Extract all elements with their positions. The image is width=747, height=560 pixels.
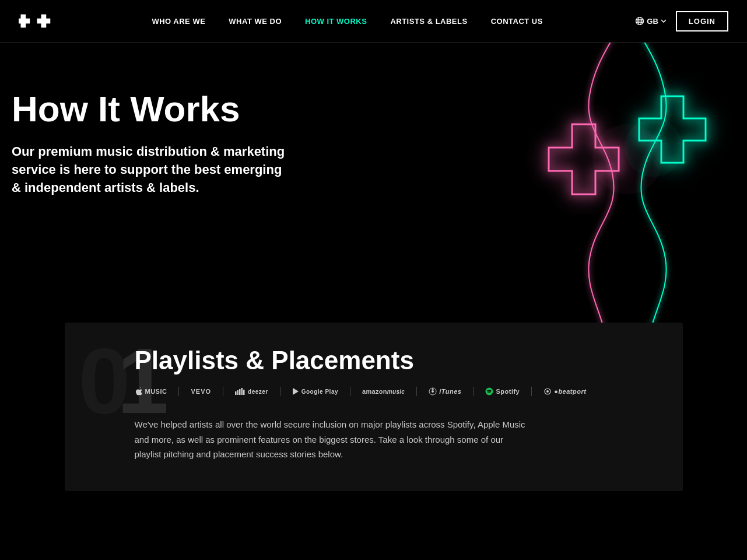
separator-2: [223, 387, 223, 396]
svg-point-17: [432, 390, 434, 393]
vevo-logo: VEVO: [191, 388, 211, 395]
login-button[interactable]: LOGIN: [676, 11, 728, 32]
separator-7: [531, 387, 532, 396]
hero-title: How It Works: [12, 89, 327, 129]
nav-item-artists-labels[interactable]: ARTISTS & LABELS: [390, 16, 467, 26]
hero-subtitle: Our premium music distribution & marketi…: [12, 143, 292, 197]
vevo-label: VEVO: [191, 388, 211, 395]
deezer-bars-icon: [235, 388, 246, 395]
svg-point-20: [546, 390, 549, 393]
logo[interactable]: [19, 6, 59, 36]
google-play-label: Google Play: [301, 388, 338, 395]
google-play-icon: [292, 387, 299, 396]
spotify-icon: [485, 387, 493, 396]
chevron-down-icon: [661, 19, 667, 23]
nav-link-what-we-do[interactable]: WHAT WE DO: [229, 17, 282, 26]
svg-point-9: [592, 124, 662, 194]
main-nav: WHO ARE WE WHAT WE DO HOW IT WORKS ARTIS…: [0, 0, 747, 43]
itunes-label: iTunes: [439, 388, 461, 395]
separator-1: [178, 387, 179, 396]
apple-music-logo: MUSIC: [135, 387, 167, 396]
amazon-music-label: amazonmusic: [362, 388, 405, 395]
svg-rect-14: [241, 388, 243, 395]
separator-4: [350, 387, 350, 396]
svg-rect-13: [239, 389, 241, 395]
beatport-logo: ●beatport: [543, 387, 586, 396]
svg-rect-15: [243, 390, 245, 395]
beatport-icon: [543, 387, 552, 396]
spotify-logo: Spotify: [485, 387, 520, 396]
separator-6: [473, 387, 474, 396]
nav-links: WHO ARE WE WHAT WE DO HOW IT WORKS ARTIS…: [152, 16, 542, 26]
hero-text: How It Works Our premium music distribut…: [12, 89, 327, 197]
nav-link-artists-labels[interactable]: ARTISTS & LABELS: [390, 17, 467, 26]
amazon-music-logo: amazonmusic: [362, 388, 405, 395]
nav-item-contact-us[interactable]: CONTACT US: [491, 16, 543, 26]
section-card-1: 0 1 Playlists & Placements MUSIC VEVO: [65, 323, 683, 491]
google-play-logo: Google Play: [292, 387, 338, 396]
nav-item-who-are-we[interactable]: WHO ARE WE: [152, 16, 205, 26]
deezer-label: deezer: [248, 388, 268, 395]
nav-right: GB LOGIN: [635, 11, 728, 32]
deezer-logo: deezer: [235, 388, 268, 395]
language-selector[interactable]: GB: [635, 16, 667, 26]
svg-rect-3: [37, 19, 51, 24]
card-section: 0 1 Playlists & Placements MUSIC VEVO: [53, 323, 695, 514]
svg-rect-12: [237, 390, 239, 395]
svg-rect-1: [19, 19, 30, 24]
section-content: Playlists & Placements MUSIC VEVO: [88, 346, 660, 462]
nav-item-what-we-do[interactable]: WHAT WE DO: [229, 16, 282, 26]
section-title: Playlists & Placements: [135, 346, 660, 375]
svg-rect-11: [235, 391, 237, 395]
hero-section: How It Works Our premium music distribut…: [0, 43, 747, 323]
nav-item-how-it-works[interactable]: HOW IT WORKS: [305, 16, 367, 26]
apple-music-label: MUSIC: [145, 388, 167, 395]
itunes-logo: iTunes: [429, 387, 461, 396]
svg-point-10: [625, 118, 683, 177]
itunes-icon: [429, 387, 437, 396]
separator-3: [280, 387, 280, 396]
section-description: We've helped artists all over the world …: [135, 417, 531, 462]
nav-link-how-it-works[interactable]: HOW IT WORKS: [305, 17, 367, 26]
platform-logos: MUSIC VEVO deezer: [135, 387, 660, 396]
nav-link-who-are-we[interactable]: WHO ARE WE: [152, 17, 205, 26]
globe-icon: [635, 16, 644, 26]
neon-decoration: [514, 43, 747, 323]
beatport-label: ●beatport: [554, 388, 586, 395]
spotify-label: Spotify: [496, 388, 520, 395]
nav-link-contact-us[interactable]: CONTACT US: [491, 17, 543, 26]
language-label: GB: [647, 17, 658, 26]
apple-icon: [135, 387, 143, 396]
separator-5: [416, 387, 417, 396]
